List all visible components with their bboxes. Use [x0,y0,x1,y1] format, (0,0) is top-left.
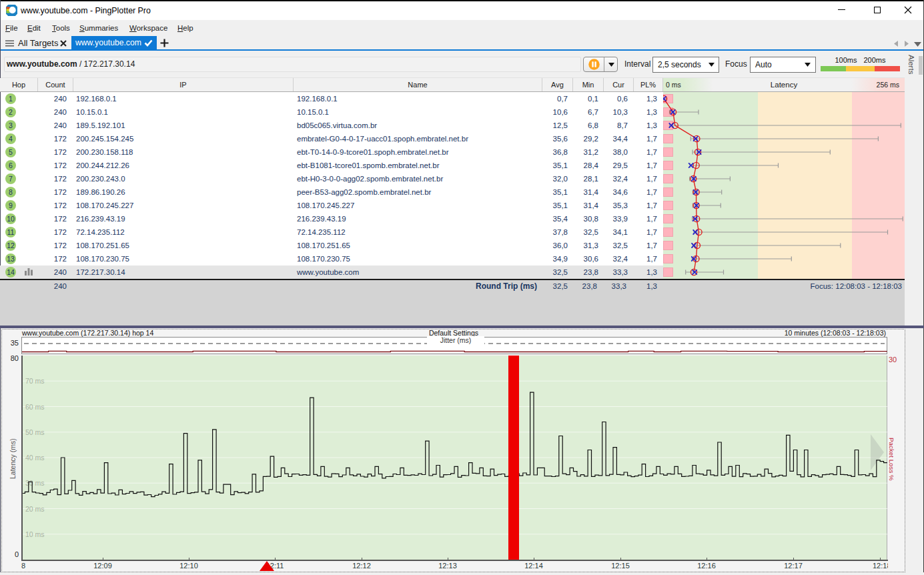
svg-text:20 ms: 20 ms [25,505,45,513]
svg-text:40 ms: 40 ms [25,454,45,462]
svg-text:50 ms: 50 ms [25,428,45,436]
svg-text:60 ms: 60 ms [25,403,45,411]
svg-text:70 ms: 70 ms [25,377,45,385]
svg-text:10 ms: 10 ms [25,530,45,538]
